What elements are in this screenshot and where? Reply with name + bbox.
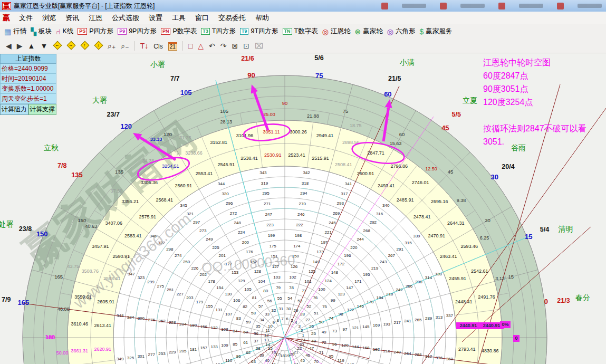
toolbar-button-t-square[interactable]: T3T四方形 <box>201 27 236 36</box>
expand-button[interactable]: ⊠ <box>232 41 238 51</box>
shrink-button[interactable]: ⊡ <box>243 41 249 51</box>
svg-text:34: 34 <box>259 318 264 322</box>
svg-text:2553.41: 2553.41 <box>196 171 213 176</box>
svg-text:153: 153 <box>232 270 239 275</box>
menu-item-window[interactable]: 窗口 <box>190 13 214 23</box>
svg-text:51: 51 <box>314 311 319 315</box>
rotate-cw-button[interactable]: ↷ <box>220 41 227 51</box>
menu-item-browse[interactable]: 浏览 <box>37 13 61 23</box>
svg-text:127: 127 <box>272 264 280 269</box>
rotate-ccw-button[interactable]: ↶ <box>209 41 215 51</box>
svg-text:122: 122 <box>347 308 354 312</box>
pan-right-button[interactable]: → <box>66 41 75 51</box>
svg-text:60: 60 <box>243 330 248 334</box>
svg-text:2575.91: 2575.91 <box>139 214 157 219</box>
svg-text:2644.31: 2644.31 <box>447 221 465 226</box>
gann-wheel-chart[interactable]: 赢家财富网www.yingjia360.comQQ:10080036012345… <box>0 0 606 364</box>
annotation-line: 江恩轮中轮时空图 <box>483 56 605 69</box>
quotes-label: 行情 <box>13 27 26 36</box>
cls-button[interactable]: Cls <box>153 41 162 51</box>
svg-text:130: 130 <box>225 292 232 296</box>
rotate-up-button[interactable]: ▲ <box>28 41 35 51</box>
menu-item-gann[interactable]: 江恩 <box>84 13 107 23</box>
rect-tool-button[interactable]: □ <box>188 41 193 51</box>
svg-text:33: 33 <box>265 312 270 317</box>
back-button[interactable]: ◀ <box>6 41 12 51</box>
menu-item-settings[interactable]: 设置 <box>144 13 167 23</box>
svg-text:33.33: 33.33 <box>150 137 162 142</box>
calc-resistance-button[interactable]: 计算阻力 <box>0 104 28 115</box>
svg-text:50.00: 50.00 <box>56 350 69 356</box>
svg-text:343: 343 <box>259 170 267 175</box>
toolbar-button-kline[interactable]: ⑁K线 <box>56 27 73 36</box>
svg-text:52: 52 <box>306 304 311 309</box>
zoom-in-button[interactable]: ⌕₊ <box>108 41 116 51</box>
menu-item-tools[interactable]: 工具 <box>167 13 190 23</box>
hexagon-icon: ◎ <box>387 28 393 35</box>
svg-text:150: 150 <box>292 254 300 258</box>
svg-text:147: 147 <box>346 285 353 290</box>
svg-text:126: 126 <box>291 264 298 269</box>
svg-text:3356.21: 3356.21 <box>122 199 139 204</box>
svg-text:5/4: 5/4 <box>540 226 549 233</box>
menu-item-help[interactable]: 帮助 <box>251 13 274 23</box>
svg-text:346: 346 <box>149 234 157 238</box>
sort-button[interactable]: T↓ <box>140 41 149 51</box>
toolbar-button-sectors[interactable]: ▚板块 <box>31 27 52 36</box>
toolbar-button-9p-square[interactable]: P99P四方形 <box>118 27 157 36</box>
svg-text:2542.61: 2542.61 <box>471 269 488 274</box>
svg-text:154: 154 <box>216 285 224 290</box>
svg-text:小署: 小署 <box>150 60 165 69</box>
calendar-button[interactable]: 21 <box>168 41 177 51</box>
calc-support-button[interactable]: 计算支撑 <box>28 104 57 115</box>
toolbar-button-9t-square[interactable]: T99T四方形 <box>240 27 278 36</box>
svg-text:2847.71: 2847.71 <box>367 150 384 156</box>
svg-text:7/7: 7/7 <box>170 75 179 82</box>
menu-item-formula-stock-pick[interactable]: 公式选股 <box>107 13 144 23</box>
pan-down-button[interactable]: ↓ <box>94 41 102 51</box>
svg-text:289: 289 <box>425 316 432 321</box>
toolbar-button-p-number-table[interactable]: PNP数字表 <box>161 27 197 36</box>
svg-text:2949.41: 2949.41 <box>316 133 334 138</box>
toolbar-button-t-number-table[interactable]: TNT数字表 <box>283 27 318 36</box>
rotate-down-button[interactable]: ▼ <box>40 41 47 51</box>
toolbar-button-hexagon[interactable]: ◎六角形 <box>387 27 416 36</box>
svg-text:7/9: 7/9 <box>2 296 11 303</box>
svg-text:296: 296 <box>226 201 233 206</box>
svg-text:313: 313 <box>436 315 443 320</box>
menu-item-file[interactable]: 文件 <box>14 13 37 23</box>
svg-text:179: 179 <box>196 300 204 304</box>
toolbar-button-winner-service[interactable]: $赢家服务 <box>419 27 452 36</box>
zoom-out-button[interactable]: ⌕₋ <box>121 41 129 51</box>
toolbar-button-quotes[interactable]: ▦行情 <box>4 27 26 36</box>
triangle-tool-button[interactable]: △ <box>198 41 204 51</box>
svg-text:36: 36 <box>254 331 258 336</box>
svg-text:43.75: 43.75 <box>68 264 80 269</box>
svg-text:224: 224 <box>238 230 245 235</box>
svg-text:129: 129 <box>238 279 245 283</box>
toolbar-button-gann-wheel[interactable]: ◎江恩轮 <box>322 27 351 36</box>
svg-text:3407.06: 3407.06 <box>105 221 122 226</box>
menu-item-trade-order[interactable]: 交易委托 <box>214 13 251 23</box>
svg-text:245: 245 <box>329 221 336 225</box>
svg-text:221: 221 <box>325 230 332 235</box>
chart-toolbar: ◀▶▲▼←→↑↓⌕₊⌕₋T↓Cls21□△↶↷⊠⊡⌧ <box>0 39 606 53</box>
svg-text:271: 271 <box>264 202 271 206</box>
toolbar-button-p-square[interactable]: PSP四方形 <box>78 27 113 36</box>
svg-text:360: 360 <box>446 357 454 361</box>
pan-up-button[interactable]: ↑ <box>80 41 89 51</box>
svg-text:0: 0 <box>515 336 517 341</box>
svg-text:5/5: 5/5 <box>452 111 461 118</box>
svg-text:81: 81 <box>252 295 257 300</box>
screen-button[interactable]: ⌧ <box>255 41 263 51</box>
svg-text:108: 108 <box>221 327 228 332</box>
menu-item-news[interactable]: 资讯 <box>61 13 84 23</box>
forward-button[interactable]: ▶ <box>17 41 23 51</box>
pan-left-button[interactable]: ← <box>53 41 61 51</box>
svg-text:217: 217 <box>393 320 401 325</box>
svg-text:216: 216 <box>383 349 391 353</box>
toolbar-button-winner-wheel[interactable]: ⊛赢家轮 <box>354 27 382 36</box>
svg-text:176: 176 <box>246 250 253 254</box>
svg-text:100: 100 <box>318 287 325 292</box>
svg-text:49: 49 <box>322 330 326 334</box>
